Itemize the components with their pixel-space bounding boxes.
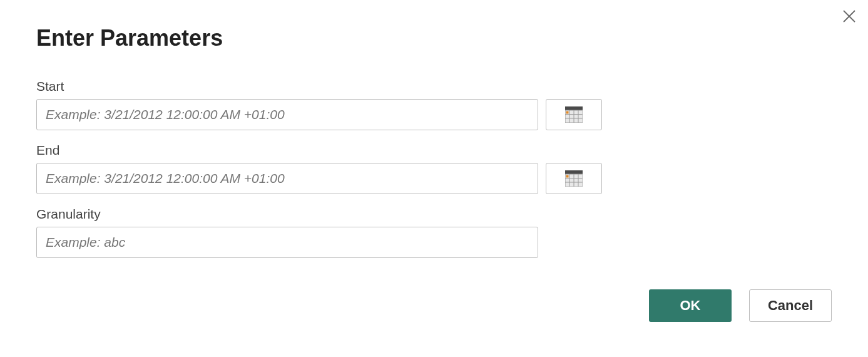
dialog-button-row: OK Cancel bbox=[649, 289, 832, 322]
field-end: End bbox=[36, 143, 832, 194]
granularity-input-row bbox=[36, 227, 832, 258]
enter-parameters-dialog: Enter Parameters Start End bbox=[0, 0, 868, 357]
granularity-label: Granularity bbox=[36, 207, 832, 222]
svg-rect-2 bbox=[565, 106, 583, 110]
svg-rect-10 bbox=[565, 170, 583, 174]
granularity-input[interactable] bbox=[36, 227, 538, 258]
ok-button[interactable]: OK bbox=[649, 289, 732, 322]
start-input[interactable] bbox=[36, 99, 538, 130]
start-label: Start bbox=[36, 79, 832, 94]
cancel-button[interactable]: Cancel bbox=[749, 289, 832, 322]
dialog-title: Enter Parameters bbox=[36, 25, 832, 51]
close-button[interactable] bbox=[840, 8, 858, 25]
end-input-row bbox=[36, 163, 832, 194]
close-icon bbox=[842, 9, 856, 23]
start-calendar-button[interactable] bbox=[546, 99, 602, 130]
calendar-icon bbox=[565, 170, 583, 187]
end-label: End bbox=[36, 143, 832, 158]
field-start: Start bbox=[36, 79, 832, 130]
calendar-icon bbox=[565, 106, 583, 123]
svg-rect-9 bbox=[566, 111, 569, 114]
field-granularity: Granularity bbox=[36, 207, 832, 258]
end-input[interactable] bbox=[36, 163, 538, 194]
end-calendar-button[interactable] bbox=[546, 163, 602, 194]
start-input-row bbox=[36, 99, 832, 130]
svg-rect-17 bbox=[566, 175, 569, 178]
